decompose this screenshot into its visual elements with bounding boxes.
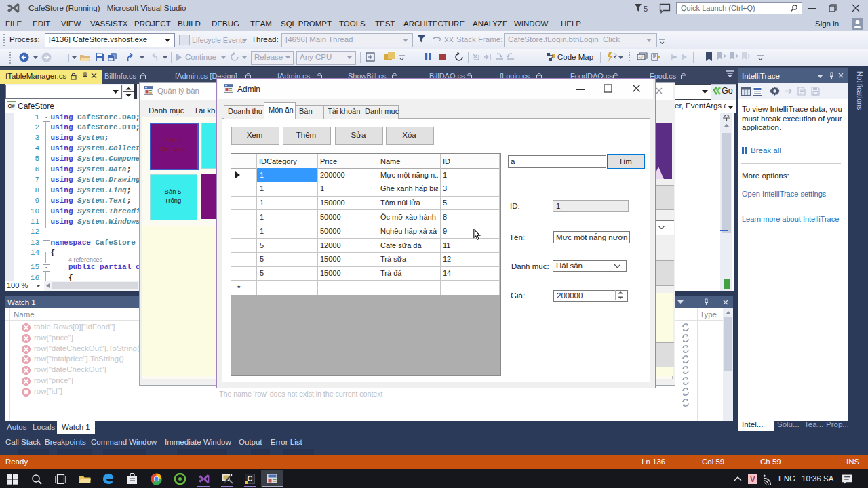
svg-text:C#: C# (8, 103, 16, 109)
svg-text:5: 5 (644, 5, 648, 13)
